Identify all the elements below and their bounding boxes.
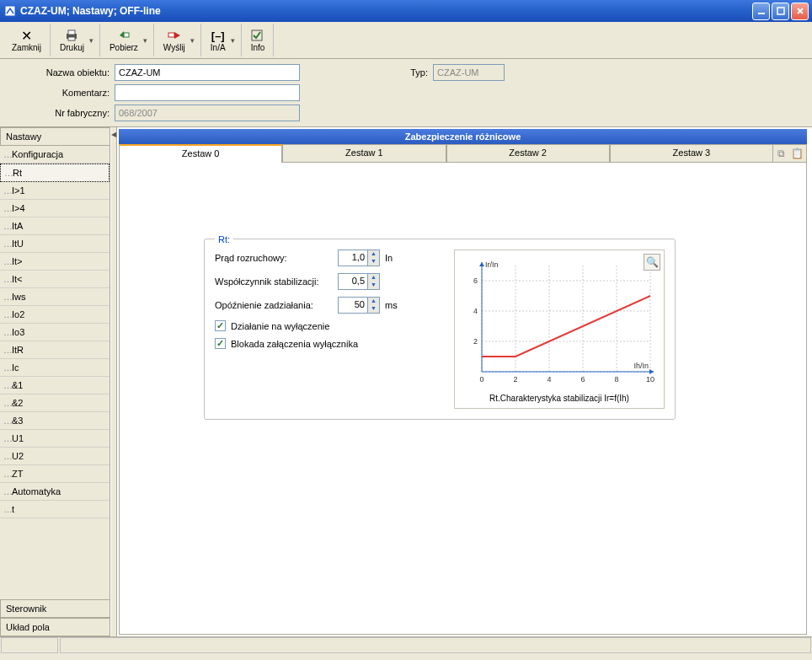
app-icon <box>3 4 17 18</box>
info-tool-button[interactable]: Info <box>246 26 270 54</box>
sidebar-item-&1[interactable]: &1 <box>0 377 110 394</box>
comment-label: Komentarz: <box>8 88 110 98</box>
titlebar: CZAZ-UM; Nastawy; OFF-line <box>0 0 812 22</box>
svg-text:8: 8 <box>614 375 618 384</box>
sidebar-item-&2[interactable]: &2 <box>0 394 110 412</box>
brackets-icon: [–] <box>211 28 225 43</box>
trip-action-checkbox[interactable]: ✓ <box>215 320 226 331</box>
sidebar-item-automatyka[interactable]: Automatyka <box>0 483 110 501</box>
print-dropdown[interactable]: ▾ <box>89 36 96 45</box>
sidebar-item-u1[interactable]: U1 <box>0 430 110 448</box>
delay-label: Opóźnienie zadziałania: <box>215 300 333 310</box>
form-area: Nazwa obiektu: Typ: Komentarz: Nr fabryc… <box>0 59 812 126</box>
chart-caption: Rt.Charakterystyka stabilizacji Ir=f(Ih) <box>460 394 659 403</box>
breaker-block-label: Blokada załączenia wyłącznika <box>231 339 358 349</box>
startup-current-label: Prąd rozruchowy: <box>215 253 333 263</box>
x-icon: ✕ <box>21 28 32 43</box>
close-tool-button[interactable]: ✕ Zamknij <box>7 26 46 54</box>
sidebar-item-it>[interactable]: It> <box>0 253 110 271</box>
comment-field[interactable] <box>115 84 300 101</box>
printer-icon <box>64 28 79 43</box>
sidebar-item-itr[interactable]: ItR <box>0 341 110 359</box>
sidebar-item-io3[interactable]: Io3 <box>0 324 110 341</box>
sidebar-item-it<[interactable]: It< <box>0 271 110 288</box>
window-title: CZAZ-UM; Nastawy; OFF-line <box>20 5 752 17</box>
statusbar <box>0 636 812 653</box>
svg-text:10: 10 <box>646 375 654 384</box>
paste-icon[interactable]: 📋 <box>791 148 803 159</box>
sidebar-item-zt[interactable]: ZT <box>0 465 110 483</box>
breaker-block-checkbox[interactable]: ✓ <box>215 338 226 349</box>
startup-current-spinner[interactable]: 1,0 ▲▼ <box>338 250 380 266</box>
content-header: Zabezpieczenie różnicowe <box>119 129 807 144</box>
print-tool-button[interactable]: Drukuj <box>55 26 89 54</box>
content-area: Zabezpieczenie różnicowe Zestaw 0Zestaw … <box>117 127 812 636</box>
zoom-icon[interactable]: 🔍 <box>644 254 660 271</box>
serial-field <box>115 105 300 121</box>
send-icon <box>167 28 182 43</box>
serial-label: Nr fabryczny: <box>8 108 110 118</box>
check-icon <box>251 28 264 43</box>
download-tool-button[interactable]: Pobierz <box>104 26 143 54</box>
svg-rect-2 <box>777 8 784 14</box>
sidebar-item-u2[interactable]: U2 <box>0 448 110 465</box>
delay-spinner[interactable]: 50 ▲▼ <box>338 297 380 314</box>
sidebar-item-ic[interactable]: Ic <box>0 359 110 377</box>
object-name-field[interactable] <box>115 64 300 81</box>
send-tool-button[interactable]: Wyślij <box>158 26 190 54</box>
svg-rect-5 <box>68 37 75 40</box>
startup-current-unit: In <box>385 253 405 263</box>
svg-text:0: 0 <box>479 375 483 384</box>
tab-zestaw-3[interactable]: Zestaw 3 <box>610 144 773 163</box>
download-dropdown[interactable]: ▾ <box>143 36 150 45</box>
sidebar-item-i>1[interactable]: I>1 <box>0 182 110 200</box>
uklad-pola-header[interactable]: Układ pola <box>0 618 110 636</box>
spin-up-icon[interactable]: ▲ <box>368 274 379 282</box>
maximize-button[interactable] <box>772 3 789 20</box>
spin-up-icon[interactable]: ▲ <box>368 250 379 258</box>
spin-down-icon[interactable]: ▼ <box>368 282 379 289</box>
svg-text:4: 4 <box>473 307 478 315</box>
spin-down-icon[interactable]: ▼ <box>368 258 379 266</box>
nastawy-header[interactable]: Nastawy <box>0 127 110 146</box>
sidebar-item-ita[interactable]: ItA <box>0 217 110 235</box>
close-button[interactable] <box>791 3 809 20</box>
sidebar-item-itu[interactable]: ItU <box>0 235 110 253</box>
download-icon <box>116 28 131 43</box>
send-dropdown[interactable]: ▾ <box>190 36 197 45</box>
tab-zestaw-2[interactable]: Zestaw 2 <box>446 144 610 163</box>
sidebar-item-&3[interactable]: &3 <box>0 412 110 430</box>
status-cell-2 <box>60 637 811 653</box>
type-field <box>433 64 505 81</box>
status-cell-1 <box>1 637 58 653</box>
chart-box: 🔍 0246810246Ih/InIr/In Rt.Charakterystyk… <box>454 250 665 409</box>
svg-text:6: 6 <box>473 276 478 285</box>
minimize-button[interactable] <box>752 3 770 20</box>
sidebar-item-iws[interactable]: Iws <box>0 288 110 306</box>
trip-action-label: Działanie na wyłączenie <box>231 321 329 331</box>
ina-tool-button[interactable]: [–] In/A <box>206 26 231 54</box>
svg-text:4: 4 <box>547 375 551 384</box>
tab-zestaw-1[interactable]: Zestaw 1 <box>282 144 446 163</box>
splitter[interactable]: ◀ <box>110 127 117 636</box>
stab-factor-spinner[interactable]: 0,5 ▲▼ <box>338 273 380 290</box>
sterownik-header[interactable]: Sterownik <box>0 599 110 618</box>
ina-dropdown[interactable]: ▾ <box>231 36 238 45</box>
sidebar-item-io2[interactable]: Io2 <box>0 306 110 324</box>
svg-text:Ir/In: Ir/In <box>485 260 499 269</box>
type-label: Typ: <box>394 67 428 78</box>
svg-text:2: 2 <box>513 375 517 384</box>
sidebar-item-rt[interactable]: Rt <box>0 164 110 182</box>
sidebar-item-konfiguracja[interactable]: Konfiguracja <box>0 146 110 164</box>
side-panel: Nastawy KonfiguracjaRtI>1I>4ItAItUIt>It<… <box>0 127 110 636</box>
spin-up-icon[interactable]: ▲ <box>368 298 379 305</box>
sidebar-item-i>4[interactable]: I>4 <box>0 200 110 217</box>
rt-panel: Rt: Prąd rozruchowy: 1,0 ▲▼ In Współc <box>204 239 676 420</box>
delay-unit: ms <box>385 300 405 310</box>
nastawy-tree: KonfiguracjaRtI>1I>4ItAItUIt>It<IwsIo2Io… <box>0 146 110 599</box>
sidebar-item-t[interactable]: t <box>0 501 110 518</box>
copy-icon[interactable]: ⧉ <box>777 148 789 159</box>
tab-zestaw-0[interactable]: Zestaw 0 <box>119 144 282 163</box>
svg-rect-1 <box>758 13 765 14</box>
spin-down-icon[interactable]: ▼ <box>368 305 379 313</box>
